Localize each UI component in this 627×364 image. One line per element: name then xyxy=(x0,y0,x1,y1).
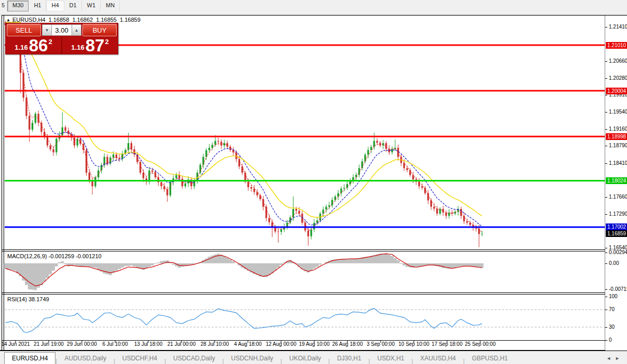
chart-header: ▲EURUSD,H4 1.16858 1.16862 1.16855 1.168… xyxy=(6,17,142,23)
chart-window-background[interactable] xyxy=(4,16,627,351)
price-axis-label: 1.17660 xyxy=(609,194,627,200)
chart-tab-USDX-H1[interactable]: USDX,H1 xyxy=(370,353,411,364)
rsi-axis-label: 30 xyxy=(609,324,615,330)
axis-tick xyxy=(605,263,607,264)
timeframe-button-H4[interactable]: H4 xyxy=(46,1,64,11)
window-frame-left-outer xyxy=(2,16,2,351)
price-axis-label: 1.20280 xyxy=(609,75,627,81)
chart-tab-EURUSD-H4[interactable]: EURUSD,H4 xyxy=(4,352,55,364)
hline-price-tag: 1.18024 xyxy=(606,177,627,184)
timeframe-button-H1[interactable]: H1 xyxy=(29,1,46,11)
macd-indicator-label: MACD(12,26,9) -0.001259 -0.001210 xyxy=(7,253,102,259)
chart-tab-bar: EURUSD,H4|AUDUSD,Daily|USDCHF,H4|USDCAD,… xyxy=(0,352,627,364)
axis-tick xyxy=(605,340,607,341)
ask-price-display[interactable]: 1.16 87 2 xyxy=(62,37,118,54)
window-frame-bottom xyxy=(0,350,627,351)
price-axis-label: 1.19540 xyxy=(609,109,627,115)
price-axis-label: 1.19160 xyxy=(609,126,627,132)
trading-terminal-window: 5M30H1H4D1W1MN ▲EURUSD,H4 1.16858 1.1686… xyxy=(0,0,627,364)
timeframe-button-W1[interactable]: W1 xyxy=(82,1,101,11)
axis-tick xyxy=(605,327,607,328)
chart-symbol-period: EURUSD,H4 xyxy=(12,17,46,23)
bid-price-major: 1.16 xyxy=(15,44,27,51)
macd-axis-label: 0.002947 xyxy=(609,249,627,255)
axis-tick xyxy=(605,310,607,310)
sell-button[interactable]: SELL xyxy=(7,24,41,36)
volume-increase-button[interactable]: ▲ xyxy=(72,24,81,36)
bid-price-pips: 86 xyxy=(29,38,48,53)
volume-input[interactable]: 3.00 xyxy=(52,24,72,36)
ask-price-major: 1.16 xyxy=(71,44,84,51)
timeframe-button-5[interactable]: 5 xyxy=(0,1,7,11)
macd-axis-label: -0.007153 xyxy=(609,286,627,292)
rsi-axis-label: 70 xyxy=(609,306,615,312)
macd-axis-label: 0.00 xyxy=(609,260,619,266)
ohlc-open: 1.16858 xyxy=(49,17,69,23)
symbol-marker-icon: ▲ xyxy=(6,18,10,22)
price-axis-label: 1.18790 xyxy=(609,143,627,148)
trade-panel-price-row: 1.16 86 2 1.16 87 2 xyxy=(6,37,118,54)
price-axis-label: 1.21410 xyxy=(609,24,627,30)
axis-tick xyxy=(605,129,607,130)
price-axis-label: 1.20660 xyxy=(609,58,627,64)
window-frame-left-inner xyxy=(4,16,4,351)
chart-tabs: EURUSD,H4|AUDUSD,Daily|USDCHF,H4|USDCAD,… xyxy=(4,352,515,364)
axis-tick xyxy=(605,248,607,248)
price-axis-label: 1.18410 xyxy=(609,160,627,166)
axis-tick xyxy=(605,95,607,95)
last-price-tag: 1.16859 xyxy=(606,230,627,237)
hline-price-tag: 1.17002 xyxy=(606,223,627,230)
trade-panel-controls-row: SELL ▼ 3.00 ▲ BUY xyxy=(6,23,118,37)
ohlc-close: 1.16859 xyxy=(120,17,141,23)
axis-tick xyxy=(605,61,607,62)
chart-tab-USDCHF-H4[interactable]: USDCHF,H4 xyxy=(115,353,164,364)
chart-tab-USDCNH-Daily[interactable]: USDCNH,Daily xyxy=(224,353,281,364)
one-click-trading-panel: SELL ▼ 3.00 ▲ BUY 1.16 86 2 1.16 87 2 xyxy=(5,23,118,54)
hline-price-tag: 1.20004 xyxy=(606,88,627,94)
ohlc-low: 1.16855 xyxy=(96,17,117,23)
chart-tab-GBPUSD-H1[interactable]: GBPUSD,H1 xyxy=(465,353,515,364)
price-axis[interactable]: 1.214101.206601.202801.199101.195401.191… xyxy=(605,16,627,351)
ask-price-fraction: 2 xyxy=(105,38,108,46)
axis-tick xyxy=(605,214,607,215)
timeframe-button-M30[interactable]: M30 xyxy=(7,1,29,11)
chart-tab-USDCAD-Daily[interactable]: USDCAD,Daily xyxy=(166,353,222,364)
rsi-axis-label: 100 xyxy=(609,293,618,299)
buy-button[interactable]: BUY xyxy=(82,24,117,36)
rsi-axis-label: 0 xyxy=(609,337,612,343)
chart-tab-XAUUSD-H4[interactable]: XAUUSD,H4 xyxy=(413,353,463,364)
bid-price-display[interactable]: 1.16 86 2 xyxy=(6,37,62,54)
hline-price-tag: 1.21010 xyxy=(606,42,627,49)
axis-tick xyxy=(605,78,607,79)
bid-price-fraction: 2 xyxy=(48,38,52,46)
hline-price-tag: 1.18998 xyxy=(606,133,627,140)
rsi-indicator-label: RSI(14) 38.1749 xyxy=(7,296,49,302)
timeframe-button-MN[interactable]: MN xyxy=(101,1,120,11)
volume-decrease-button[interactable]: ▼ xyxy=(42,24,52,36)
axis-tick xyxy=(605,163,607,164)
time-axis-label: 25 Sep 00:00 xyxy=(457,341,504,347)
axis-tick xyxy=(605,112,607,113)
time-axis[interactable]: 14 Jun 202121 Jun 19:0029 Jun 00:006 Jul… xyxy=(0,341,605,349)
ask-price-pips: 87 xyxy=(86,38,105,53)
timeframe-button-D1[interactable]: D1 xyxy=(64,1,82,11)
timeframe-toolbar: 5M30H1H4D1W1MN xyxy=(0,0,627,15)
chart-tab-DJ30-H1[interactable]: DJ30,H1 xyxy=(330,353,369,364)
window-frame-top xyxy=(2,15,627,16)
tab-scroll-right-icon[interactable]: ► xyxy=(615,356,624,361)
axis-tick xyxy=(605,253,607,253)
chart-tab-UKOil-Daily[interactable]: UKOil,Daily xyxy=(282,353,328,364)
axis-tick xyxy=(605,146,607,146)
tab-scroll-left-icon[interactable]: ◄ xyxy=(606,356,615,361)
tab-scroll-arrows: ◄► xyxy=(606,356,624,361)
axis-tick xyxy=(605,27,607,27)
chart-tab-AUDUSD-Daily[interactable]: AUDUSD,Daily xyxy=(57,353,114,364)
price-axis-label: 1.17290 xyxy=(609,211,627,217)
volume-stepper: ▼ 3.00 ▲ xyxy=(42,24,81,36)
axis-tick xyxy=(605,197,607,198)
axis-tick xyxy=(605,289,607,290)
axis-tick xyxy=(605,297,607,297)
ohlc-high: 1.16862 xyxy=(72,17,93,23)
